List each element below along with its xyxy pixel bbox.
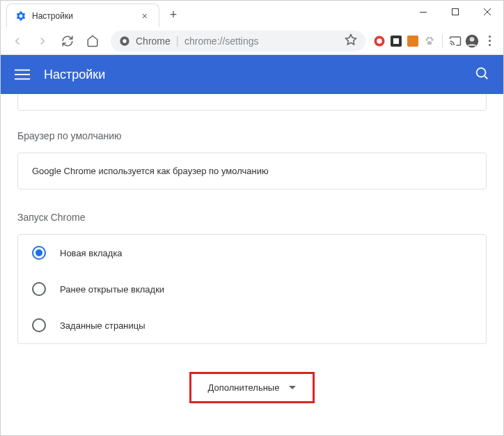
svg-marker-6 (346, 34, 356, 44)
window-controls (407, 1, 503, 23)
svg-rect-11 (407, 36, 418, 47)
home-button[interactable] (81, 30, 104, 52)
url-origin-label: Chrome (136, 36, 171, 47)
close-window-button[interactable] (471, 1, 503, 23)
startup-option-new-tab[interactable]: Новая вкладка (18, 235, 486, 271)
svg-point-16 (427, 41, 432, 45)
svg-point-23 (477, 68, 486, 77)
radio-label: Ранее открытые вкладки (60, 284, 164, 295)
svg-point-14 (427, 36, 429, 38)
tab-title: Настройки (32, 11, 134, 21)
new-tab-button[interactable]: + (164, 5, 183, 24)
profile-avatar-icon[interactable] (465, 34, 479, 48)
extension-separator (442, 34, 443, 48)
svg-rect-1 (452, 9, 459, 15)
extension-icon-3[interactable] (406, 34, 420, 48)
reload-button[interactable] (56, 30, 79, 52)
chrome-menu-button[interactable] (482, 36, 498, 46)
radio-label: Новая вкладка (60, 248, 123, 258)
url-path: chrome://settings (184, 36, 259, 47)
radio-unselected-icon (32, 318, 46, 332)
extension-paw-icon[interactable] (423, 34, 436, 48)
extension-adblock-icon[interactable] (372, 34, 386, 48)
browser-tab[interactable]: Настройки × (6, 3, 159, 27)
svg-point-15 (430, 36, 432, 38)
extension-icon-2[interactable] (389, 34, 403, 48)
startup-option-specific-pages[interactable]: Заданные страницы (18, 307, 486, 343)
forward-button[interactable] (31, 30, 54, 52)
advanced-label: Дополнительные (208, 382, 280, 393)
url-divider: | (176, 35, 179, 47)
back-button[interactable] (6, 30, 29, 52)
default-browser-section-title: Браузер по умолчанию (17, 130, 487, 141)
settings-header: Настройки (1, 55, 503, 94)
search-icon[interactable] (474, 65, 489, 84)
startup-section-title: Запуск Chrome (17, 212, 487, 223)
svg-rect-10 (393, 38, 399, 44)
bookmark-star-icon[interactable] (345, 33, 357, 49)
svg-rect-22 (15, 79, 30, 80)
chrome-icon (119, 36, 130, 47)
radio-selected-icon (32, 246, 46, 260)
url-field[interactable]: Chrome | chrome://settings (111, 31, 365, 52)
page-title: Настройки (44, 68, 474, 82)
chevron-down-icon (289, 386, 296, 389)
window-titlebar: Настройки × + (1, 1, 503, 27)
maximize-button[interactable] (439, 1, 471, 23)
svg-rect-20 (15, 70, 30, 71)
address-bar: Chrome | chrome://settings (1, 27, 503, 55)
hamburger-menu-icon[interactable] (15, 67, 30, 82)
svg-rect-0 (420, 12, 427, 13)
radio-label: Заданные страницы (60, 320, 145, 331)
cast-icon[interactable] (448, 34, 462, 48)
default-browser-text: Google Chrome используется как браузер п… (32, 166, 472, 176)
svg-point-8 (377, 38, 382, 44)
default-browser-card: Google Chrome используется как браузер п… (17, 153, 487, 189)
gear-icon (15, 10, 26, 22)
svg-rect-21 (15, 74, 30, 75)
svg-line-24 (485, 76, 487, 79)
svg-point-5 (123, 39, 126, 42)
close-tab-icon[interactable]: × (139, 10, 150, 22)
minimize-button[interactable] (407, 1, 439, 23)
svg-point-12 (425, 38, 427, 40)
svg-point-19 (470, 37, 475, 42)
startup-option-previous-tabs[interactable]: Ранее открытые вкладки (18, 271, 486, 307)
settings-content[interactable]: Браузер по умолчанию Google Chrome испол… (1, 94, 503, 436)
previous-card-bottom (17, 94, 487, 111)
svg-point-13 (431, 38, 433, 40)
startup-card: Новая вкладка Ранее открытые вкладки Зад… (17, 234, 487, 344)
radio-unselected-icon (32, 282, 46, 296)
advanced-button[interactable]: Дополнительные (189, 372, 315, 403)
